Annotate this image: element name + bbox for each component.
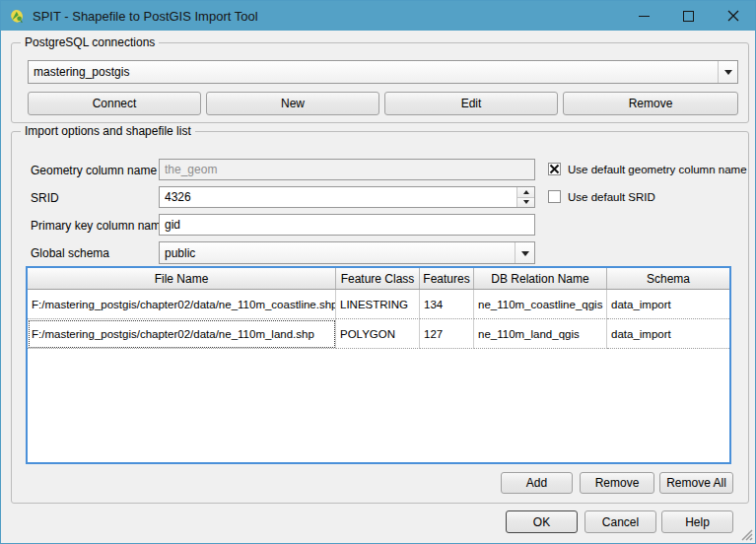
ok-button-label: OK	[533, 515, 550, 529]
new-connection-button[interactable]: New	[206, 92, 379, 115]
remove-shapefile-button[interactable]: Remove	[580, 472, 654, 494]
spin-down-button[interactable]	[517, 198, 534, 208]
table-cell[interactable]: F:/mastering_postgis/chapter02/data/ne_1…	[28, 319, 336, 349]
add-button-label: Add	[526, 476, 547, 490]
edit-connection-button[interactable]: Edit	[384, 92, 558, 115]
connection-selected-value: mastering_postgis	[29, 65, 718, 79]
geometry-column-label: Geometry column name	[31, 164, 157, 177]
cancel-button-label: Cancel	[602, 515, 639, 529]
column-header-schema[interactable]: Schema	[607, 268, 729, 289]
connect-button-label: Connect	[93, 97, 137, 110]
primary-key-label: Primary key column name	[31, 219, 168, 233]
table-row[interactable]: F:/mastering_postgis/chapter02/data/ne_1…	[28, 290, 729, 319]
minimize-button[interactable]	[622, 1, 666, 31]
close-button[interactable]	[711, 1, 755, 31]
table-cell[interactable]: F:/mastering_postgis/chapter02/data/ne_1…	[28, 290, 336, 319]
table-cell[interactable]: 127	[420, 319, 474, 349]
minimize-icon	[639, 16, 650, 17]
maximize-button[interactable]	[666, 1, 711, 31]
titlebar: SPIT - Shapefile to PostGIS Import Tool	[1, 1, 755, 31]
qgis-app-icon	[9, 8, 25, 24]
spit-dialog-window: SPIT - Shapefile to PostGIS Import Tool …	[0, 0, 756, 544]
table-cell[interactable]: ne_110m_coastline_qgis	[474, 290, 607, 319]
remove-button-label: Remove	[629, 97, 673, 110]
remove-shapefile-button-label: Remove	[595, 476, 640, 490]
primary-key-input[interactable]	[159, 214, 535, 236]
table-cell[interactable]: data_import	[607, 319, 729, 349]
window-title: SPIT - Shapefile to PostGIS Import Tool	[33, 9, 258, 24]
column-header-feature-class[interactable]: Feature Class	[336, 268, 420, 289]
table-row[interactable]: F:/mastering_postgis/chapter02/data/ne_1…	[28, 319, 729, 349]
table-cell[interactable]: POLYGON	[336, 319, 420, 349]
use-default-geometry-label[interactable]: Use default geometry column name	[568, 164, 747, 175]
help-button-label: Help	[685, 515, 710, 529]
maximize-icon	[683, 11, 694, 22]
table-cell[interactable]: ne_110m_land_qgis	[474, 319, 607, 349]
chevron-down-icon	[724, 70, 732, 79]
connect-button[interactable]: Connect	[28, 92, 201, 115]
use-default-srid-label[interactable]: Use default SRID	[568, 191, 655, 203]
srid-input[interactable]	[159, 186, 535, 208]
column-header-file-name[interactable]: File Name	[28, 268, 336, 289]
checkbox-x-icon	[549, 164, 560, 174]
chevron-down-icon	[521, 251, 529, 260]
connections-group-label: PostgreSQL connections	[21, 35, 159, 49]
import-options-group-label: Import options and shapefile list	[21, 124, 195, 138]
use-default-geometry-checkbox[interactable]	[548, 163, 561, 175]
spin-up-button[interactable]	[517, 187, 534, 198]
column-header-features[interactable]: Features	[420, 268, 474, 289]
global-schema-label: Global schema	[31, 246, 109, 260]
table-cell[interactable]: data_import	[607, 290, 729, 319]
connection-dropdown-arrow[interactable]	[718, 61, 737, 83]
spin-down-icon	[523, 200, 529, 207]
shapefile-table-header: File Name Feature Class Features DB Rela…	[28, 268, 729, 290]
use-default-srid-checkbox[interactable]	[548, 190, 561, 203]
shapefile-table-body: F:/mastering_postgis/chapter02/data/ne_1…	[28, 290, 729, 349]
close-icon	[727, 10, 739, 22]
global-schema-select[interactable]: public	[159, 241, 535, 264]
window-controls	[622, 1, 755, 31]
shapefile-table: File Name Feature Class Features DB Rela…	[26, 266, 731, 464]
cancel-button[interactable]: Cancel	[584, 510, 656, 533]
global-schema-value: public	[160, 246, 515, 260]
edit-button-label: Edit	[461, 97, 482, 110]
remove-all-button-label: Remove All	[666, 476, 726, 490]
add-shapefile-button[interactable]: Add	[501, 472, 573, 494]
table-cell[interactable]: LINESTRING	[336, 290, 420, 319]
remove-all-shapefiles-button[interactable]: Remove All	[659, 472, 733, 494]
help-button[interactable]: Help	[661, 510, 733, 533]
connection-select[interactable]: mastering_postgis	[28, 60, 738, 84]
table-cell[interactable]: 134	[420, 290, 474, 319]
remove-connection-button[interactable]: Remove	[563, 92, 738, 115]
resize-grip-icon[interactable]	[739, 527, 753, 541]
geometry-column-input[interactable]	[159, 159, 535, 180]
srid-spin-buttons[interactable]	[516, 187, 534, 207]
global-schema-dropdown-arrow[interactable]	[515, 242, 534, 263]
spin-up-icon	[523, 187, 529, 194]
column-header-db-relation-name[interactable]: DB Relation Name	[474, 268, 607, 289]
new-button-label: New	[281, 97, 305, 110]
ok-button[interactable]: OK	[506, 510, 578, 533]
srid-label: SRID	[31, 191, 59, 205]
